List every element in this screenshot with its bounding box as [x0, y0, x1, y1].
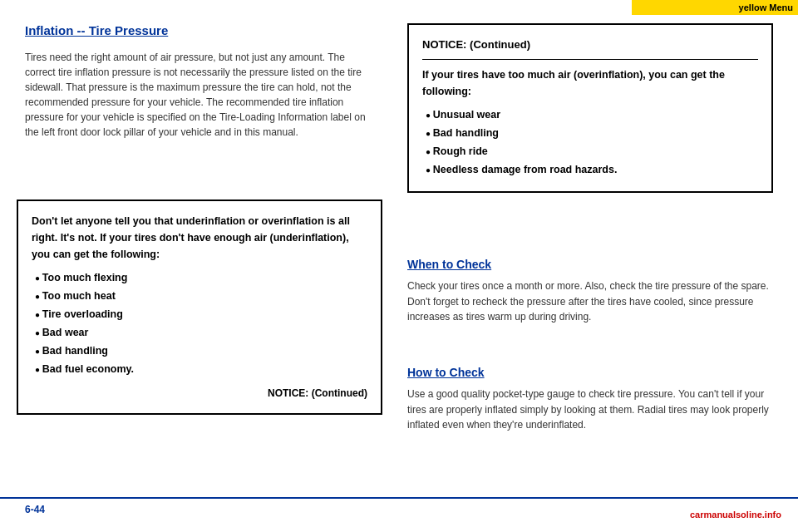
- list-item: Rough ride: [426, 143, 758, 160]
- notice-continued-label: NOTICE: (Continued): [32, 386, 367, 401]
- how-to-check-text: Use a good quality pocket-type gauge to …: [407, 387, 773, 433]
- notice-box-underinflation: Don't let anyone tell you that underinfl…: [17, 200, 382, 415]
- section-title: Inflation -- Tire Pressure: [25, 23, 168, 37]
- notice-overinflation-body: If your tires have too much air (overinf…: [422, 66, 758, 100]
- list-item: Bad handling: [35, 342, 367, 359]
- overinflation-list: Unusual wear Bad handling Rough ride Nee…: [422, 106, 758, 178]
- page-number: 6-44: [25, 504, 45, 515]
- list-item: Too much flexing: [35, 269, 367, 286]
- list-item: Too much heat: [35, 288, 367, 304]
- list-item: Bad fuel economy.: [35, 361, 367, 377]
- when-to-check-heading: When to Check: [407, 258, 491, 271]
- list-item: Needless damage from road hazards.: [426, 161, 758, 178]
- list-item: Unusual wear: [426, 106, 758, 123]
- notice-box-overinflation: NOTICE: (Continued) If your tires have t…: [407, 23, 773, 193]
- bottom-logo: carmanualsoline.info: [690, 510, 781, 520]
- underinflation-list: Too much flexing Too much heat Tire over…: [32, 269, 367, 377]
- top-menu-bar[interactable]: yellow Menu: [632, 0, 798, 15]
- when-to-check-text: Check your tires once a month or more. A…: [407, 278, 773, 325]
- top-menu-label: yellow Menu: [739, 2, 793, 12]
- how-to-check-heading: How to Check: [407, 366, 485, 379]
- notice-overinflation-title: NOTICE: (Continued): [422, 37, 758, 60]
- list-item: Bad wear: [35, 324, 367, 341]
- bottom-divider: [0, 497, 798, 499]
- list-item: Tire overloading: [35, 306, 367, 323]
- list-item: Bad handling: [426, 125, 758, 141]
- notice-underinflation-intro: Don't let anyone tell you that underinfl…: [32, 213, 367, 263]
- left-body-text: Tires need the right amount of air press…: [25, 50, 374, 140]
